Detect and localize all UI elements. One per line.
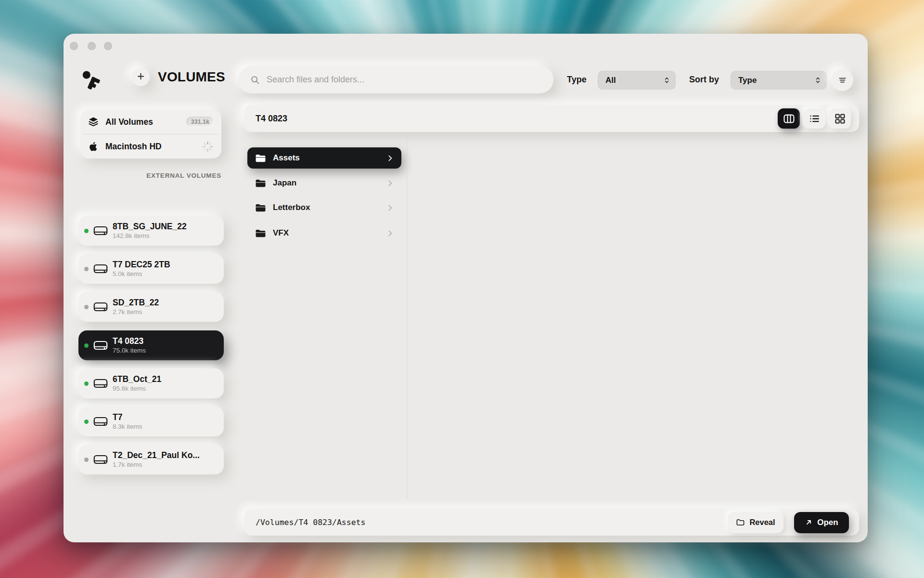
sidebar-item-all-volumes[interactable]: All Volumes 331.1k — [81, 110, 220, 134]
volume-item-count: 95.6k items — [113, 385, 161, 393]
volume-card[interactable]: T7 DEC25 2TB5.0k items — [78, 254, 224, 284]
status-dot — [84, 229, 89, 233]
volume-item-count: 5.0k items — [113, 270, 170, 278]
sidebar-item-macintosh-hd[interactable]: Macintosh HD — [81, 134, 220, 158]
external-drive-icon — [93, 454, 108, 465]
app-logo-icon — [80, 69, 102, 92]
item-count-badge: 331.1k — [186, 117, 214, 127]
loading-spinner-icon — [201, 140, 214, 153]
selected-volume-title: T4 0823 — [256, 114, 774, 124]
search-bar[interactable] — [238, 66, 553, 93]
more-options-button[interactable] — [831, 69, 853, 91]
sort-by-label: Sort by — [689, 75, 719, 85]
folder-icon — [255, 179, 266, 188]
volume-name: T7 — [113, 412, 142, 422]
zoom-button[interactable] — [104, 42, 112, 50]
folder-icon — [255, 229, 266, 238]
sort-by-select[interactable]: Type — [731, 71, 827, 90]
column-divider — [407, 136, 407, 499]
open-button-label: Open — [817, 518, 838, 527]
volume-card[interactable]: T2_Dec_21_Paul Ko...1.7k items — [78, 445, 224, 474]
type-filter-value: All — [605, 76, 616, 85]
open-button[interactable]: Open — [794, 512, 849, 533]
pinned-volumes-card: All Volumes 331.1k Macintosh HD — [80, 110, 221, 158]
search-input[interactable] — [267, 75, 542, 85]
chevron-right-icon — [386, 154, 394, 162]
volume-item-count: 8.3k items — [113, 423, 142, 431]
folder-name: Japan — [273, 178, 379, 188]
sort-by-value: Type — [738, 76, 757, 85]
reveal-button[interactable]: Reveal — [728, 512, 783, 533]
folder-row[interactable]: Letterbox — [247, 197, 401, 218]
folder-icon — [255, 203, 266, 212]
view-list-button[interactable] — [803, 108, 825, 129]
content-header: T4 0823 — [244, 105, 859, 132]
all-volumes-label: All Volumes — [105, 117, 180, 127]
search-icon — [250, 75, 260, 85]
external-drive-icon — [93, 225, 108, 236]
chevron-updown-icon — [814, 76, 822, 84]
volume-name: T2_Dec_21_Paul Ko... — [113, 450, 200, 460]
volume-item-count: 142.8k items — [113, 232, 187, 240]
volume-name: 8TB_SG_JUNE_22 — [113, 222, 187, 232]
volume-item-count: 1.7k items — [113, 461, 200, 469]
volume-item-count: 75.0k items — [113, 347, 146, 355]
chevron-right-icon — [386, 179, 394, 187]
status-dot — [84, 343, 89, 348]
status-dot — [84, 381, 89, 386]
folder-name: VFX — [273, 228, 379, 238]
columns-view-icon — [783, 113, 795, 125]
current-path: /Volumes/T4 0823/Assets — [256, 518, 728, 527]
list-view-icon — [808, 113, 821, 125]
filter-lines-icon — [837, 75, 847, 85]
folder-outline-icon — [736, 518, 745, 527]
arrow-up-right-icon — [805, 518, 813, 526]
volume-card[interactable]: SD_2TB_222.7k items — [78, 292, 224, 322]
volume-card[interactable]: 6TB_Oct_2195.6k items — [78, 368, 224, 398]
reveal-button-label: Reveal — [749, 518, 775, 527]
volume-name: T4 0823 — [113, 336, 146, 346]
volume-item-count: 2.7k items — [113, 308, 159, 316]
chevron-updown-icon — [663, 76, 671, 84]
folder-row[interactable]: Japan — [247, 172, 401, 194]
apple-icon — [88, 141, 99, 152]
footer-bar: /Volumes/T4 0823/Assets Reveal Open — [244, 509, 859, 536]
folder-row[interactable]: Assets — [247, 147, 401, 169]
chevron-right-icon — [386, 204, 394, 212]
folder-name: Assets — [273, 153, 379, 163]
external-drive-icon — [93, 340, 108, 351]
plus-icon — [136, 71, 146, 83]
volume-name: T7 DEC25 2TB — [113, 260, 170, 270]
minimize-button[interactable] — [88, 42, 96, 50]
status-dot — [84, 305, 89, 309]
folder-name: Letterbox — [273, 203, 379, 212]
app-window: VOLUMES Type All Sort by Type All Volume… — [64, 34, 868, 542]
status-dot — [84, 267, 89, 271]
view-columns-button[interactable] — [778, 108, 800, 129]
status-dot — [84, 458, 89, 462]
add-volume-button[interactable] — [131, 68, 150, 86]
volume-card[interactable]: T4 082375.0k items — [78, 330, 224, 360]
macintosh-hd-label: Macintosh HD — [105, 142, 195, 152]
external-drive-icon — [93, 378, 108, 389]
layers-icon — [88, 116, 99, 128]
external-drive-icon — [93, 416, 108, 427]
page-title: VOLUMES — [158, 69, 225, 85]
volume-card[interactable]: T78.3k items — [78, 407, 224, 436]
close-button[interactable] — [70, 42, 78, 50]
external-drive-icon — [93, 263, 108, 275]
volume-card[interactable]: 8TB_SG_JUNE_22142.8k items — [78, 216, 224, 246]
folder-icon — [255, 154, 266, 163]
view-grid-button[interactable] — [829, 108, 851, 129]
volume-name: SD_2TB_22 — [113, 298, 159, 308]
type-filter-label: Type — [567, 75, 587, 85]
chevron-right-icon — [386, 229, 394, 237]
folder-row[interactable]: VFX — [247, 223, 401, 244]
grid-view-icon — [834, 113, 846, 125]
external-volumes-section-header: EXTERNAL VOLUMES — [80, 172, 221, 179]
type-filter-select[interactable]: All — [598, 71, 676, 90]
status-dot — [84, 420, 89, 424]
external-drive-icon — [93, 301, 108, 313]
volume-name: 6TB_Oct_21 — [113, 374, 161, 384]
